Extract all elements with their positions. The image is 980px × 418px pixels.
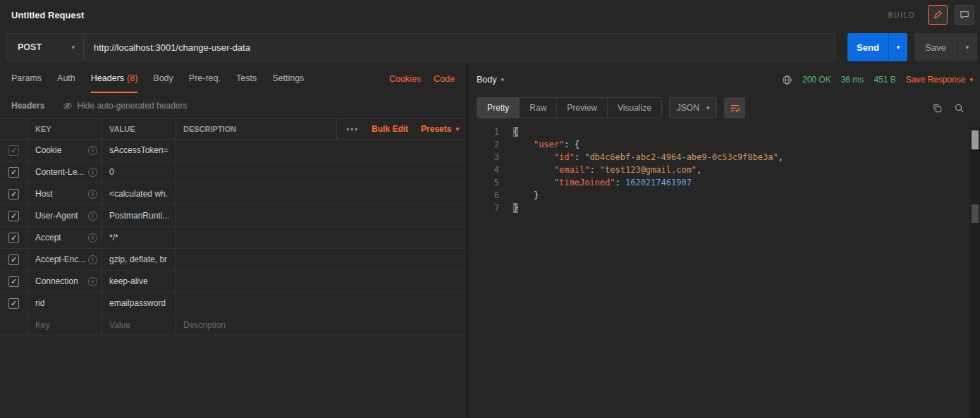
description-input[interactable]: Description xyxy=(176,314,466,336)
tab-settings[interactable]: Settings xyxy=(272,65,304,93)
tab-pre-request[interactable]: Pre-req. xyxy=(189,65,221,93)
code-token: "email" xyxy=(554,165,590,175)
code-line: 6 } xyxy=(468,189,980,202)
table-row: Cookie i sAccessToken=... xyxy=(0,140,466,161)
headers-table-head: KEY VALUE DESCRIPTION ••• Bulk Edit Pres… xyxy=(0,118,466,140)
method-select[interactable]: POST xyxy=(6,34,84,61)
tab-body[interactable]: Body xyxy=(153,65,173,93)
pencil-icon xyxy=(933,10,943,20)
wrap-lines-button[interactable] xyxy=(724,97,745,118)
chevron-down-icon xyxy=(501,77,505,83)
build-label: BUILD xyxy=(888,11,915,19)
description-cell[interactable] xyxy=(176,205,466,226)
description-cell[interactable] xyxy=(176,161,466,183)
key-cell[interactable]: User-Agent i xyxy=(28,205,102,226)
description-cell[interactable] xyxy=(176,249,466,270)
scrollbar-thumb[interactable] xyxy=(972,130,979,149)
value-cell[interactable]: PostmanRunti... xyxy=(102,205,176,226)
key-cell[interactable]: Cookie i xyxy=(28,140,102,161)
description-cell[interactable] xyxy=(176,183,466,204)
more-options-icon[interactable]: ••• xyxy=(347,125,360,133)
header-value: gzip, deflate, br xyxy=(109,254,167,264)
code-line: 2 "user": { xyxy=(468,138,980,151)
row-checkbox[interactable] xyxy=(8,298,19,309)
table-row: Host i <calculated wh... xyxy=(0,183,466,205)
view-mode-segment: Pretty Raw Preview Visualize xyxy=(477,97,662,118)
response-tools xyxy=(932,103,973,113)
key-cell[interactable]: rid xyxy=(28,293,102,314)
header-key: rid xyxy=(35,298,44,308)
response-body-dropdown[interactable]: Body xyxy=(477,75,504,85)
scrollbar-marker[interactable] xyxy=(972,204,979,223)
search-icon[interactable] xyxy=(954,103,964,113)
line-number: 4 xyxy=(468,164,499,176)
header-key: Accept-Enc... xyxy=(35,254,85,264)
row-checkbox[interactable] xyxy=(8,189,19,199)
tab-preview[interactable]: Preview xyxy=(556,98,607,118)
tab-pretty[interactable]: Pretty xyxy=(477,98,519,118)
header-value: emailpassword xyxy=(109,298,166,308)
description-cell[interactable] xyxy=(176,293,466,314)
hide-autogenerated-toggle[interactable]: Hide auto-generated headers xyxy=(63,101,187,111)
tab-headers[interactable]: Headers (8) xyxy=(91,65,138,93)
comments-button[interactable] xyxy=(955,5,974,25)
value-cell[interactable]: gzip, deflate, br xyxy=(102,249,176,270)
row-checkbox[interactable] xyxy=(8,254,19,265)
value-cell[interactable]: emailpassword xyxy=(102,293,176,314)
line-number: 2 xyxy=(468,138,499,151)
description-cell[interactable] xyxy=(176,271,466,292)
key-cell[interactable]: Accept-Enc... i xyxy=(28,249,102,270)
response-body-editor[interactable]: 1 { 2 "user": { 3 "id": "db4c6ebf-abc2-4… xyxy=(468,121,980,418)
tab-raw[interactable]: Raw xyxy=(519,98,556,118)
tab-auth[interactable]: Auth xyxy=(57,65,75,93)
tab-params[interactable]: Params xyxy=(11,65,42,93)
header-value: sAccessToken=... xyxy=(109,145,169,155)
save-button[interactable]: Save xyxy=(914,33,957,61)
key-input[interactable]: Key xyxy=(28,314,102,336)
response-time: 36 ms xyxy=(841,75,864,85)
value-input[interactable]: Value xyxy=(102,314,176,336)
value-cell[interactable]: */* xyxy=(102,227,176,248)
save-options-button[interactable] xyxy=(957,33,977,61)
code-link[interactable]: Code xyxy=(434,74,455,84)
value-cell[interactable]: keep-alive xyxy=(102,271,176,292)
code-token: "id" xyxy=(554,152,575,162)
send-button[interactable]: Send xyxy=(847,33,888,61)
comment-icon xyxy=(960,10,969,20)
format-dropdown[interactable]: JSON xyxy=(669,97,718,118)
value-cell[interactable]: 0 xyxy=(102,161,176,183)
line-number: 1 xyxy=(468,125,499,138)
chevron-down-icon xyxy=(897,44,900,51)
chevron-down-icon xyxy=(455,126,459,133)
value-cell[interactable]: sAccessToken=... xyxy=(102,140,176,161)
network-icon[interactable] xyxy=(782,75,792,85)
url-input[interactable] xyxy=(84,34,835,61)
cookies-link[interactable]: Cookies xyxy=(389,74,421,84)
tab-tests[interactable]: Tests xyxy=(236,65,257,93)
vertical-scrollbar[interactable] xyxy=(970,127,980,418)
send-options-button[interactable] xyxy=(888,33,907,61)
edit-button[interactable] xyxy=(928,5,948,25)
key-cell[interactable]: Content-Le... i xyxy=(28,161,102,183)
key-cell[interactable]: Host i xyxy=(28,183,102,204)
row-checkbox[interactable] xyxy=(8,276,19,287)
bulk-edit-link[interactable]: Bulk Edit xyxy=(372,124,408,134)
row-checkbox[interactable] xyxy=(8,167,19,178)
description-cell[interactable] xyxy=(176,140,466,161)
code-line: 1 { xyxy=(468,125,980,138)
copy-icon[interactable] xyxy=(932,103,943,113)
table-row: rid emailpassword xyxy=(0,293,466,314)
header-key: Content-Le... xyxy=(35,167,84,177)
key-cell[interactable]: Accept i xyxy=(28,227,102,248)
key-cell[interactable]: Connection i xyxy=(28,271,102,292)
title-bar: Untitled Request BUILD xyxy=(0,0,980,30)
tab-visualize[interactable]: Visualize xyxy=(607,98,661,118)
save-response-dropdown[interactable]: Save Response xyxy=(906,75,973,85)
row-checkbox[interactable] xyxy=(8,233,19,243)
row-checkbox[interactable] xyxy=(8,211,19,221)
response-view-bar: Pretty Raw Preview Visualize JSON xyxy=(468,94,980,121)
presets-dropdown[interactable]: Presets xyxy=(421,124,459,134)
row-checkbox[interactable] xyxy=(8,145,19,156)
description-cell[interactable] xyxy=(176,227,466,248)
value-cell[interactable]: <calculated wh... xyxy=(102,183,176,204)
